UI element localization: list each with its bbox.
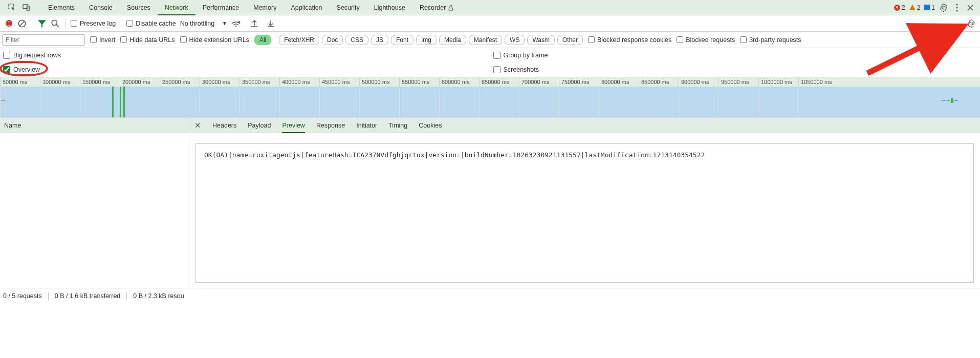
errors-badge[interactable]: ✕2 xyxy=(894,4,905,11)
overview-timeline[interactable]: 50000 ms100000 ms150000 ms200000 ms25000… xyxy=(0,77,980,118)
tab-security[interactable]: Security xyxy=(330,0,367,15)
svg-point-5 xyxy=(956,10,957,11)
detail-tab-preview[interactable]: Preview xyxy=(282,118,304,133)
close-detail-icon[interactable]: ✕ xyxy=(194,121,201,130)
warnings-badge[interactable]: 2 xyxy=(909,4,921,11)
kebab-menu-icon[interactable] xyxy=(952,3,962,12)
pill-all[interactable]: All xyxy=(254,35,271,45)
detail-tab-timing[interactable]: Timing xyxy=(388,118,407,133)
close-devtools-icon[interactable] xyxy=(966,3,975,12)
settings-gear-icon[interactable] xyxy=(939,3,948,12)
timeline-tick: 650000 ms xyxy=(479,77,519,87)
pill-wasm[interactable]: Wasm xyxy=(527,35,555,45)
tab-elements[interactable]: Elements xyxy=(41,0,82,15)
pill-font[interactable]: Font xyxy=(391,35,413,45)
invert-toggle[interactable]: Invert xyxy=(90,36,115,44)
tab-sources[interactable]: Sources xyxy=(120,0,158,15)
inspect-icon[interactable] xyxy=(7,3,16,12)
blocked-cookies-toggle[interactable]: Blocked response cookies xyxy=(588,36,671,44)
har-tools xyxy=(250,19,275,28)
timeline-tick: 450000 ms xyxy=(319,77,359,87)
tab-memory[interactable]: Memory xyxy=(246,0,284,15)
search-icon[interactable] xyxy=(51,19,60,28)
disable-cache-toggle[interactable]: Disable cache xyxy=(126,20,176,27)
timeline-tick: 600000 ms xyxy=(439,77,479,87)
network-settings-gear-icon[interactable] xyxy=(967,19,976,28)
third-party-toggle[interactable]: 3rd-party requests xyxy=(740,36,801,44)
download-har-icon[interactable] xyxy=(266,19,275,28)
network-conditions-icon[interactable] xyxy=(231,19,241,28)
request-list-header[interactable]: Name xyxy=(0,118,189,133)
pill-media[interactable]: Media xyxy=(439,35,466,45)
pill-fetch-xhr[interactable]: Fetch/XHR xyxy=(279,35,319,45)
timeline-ruler: 50000 ms100000 ms150000 ms200000 ms25000… xyxy=(0,77,980,87)
timeline-body[interactable] xyxy=(0,87,980,117)
preview-body: OK(OA)|name=ruxitagentjs|featureHash=ICA… xyxy=(189,133,980,288)
timeline-tick: 300000 ms xyxy=(200,77,239,87)
group-frame-label: Group by frame xyxy=(504,52,548,59)
detail-tab-cookies[interactable]: Cookies xyxy=(419,118,442,133)
overview-toggle[interactable]: Overview xyxy=(0,62,490,77)
detail-tab-initiator[interactable]: Initiator xyxy=(356,118,377,133)
timeline-tick: 1050000 ms xyxy=(798,77,838,87)
detail-tab-headers[interactable]: Headers xyxy=(212,118,236,133)
record-button[interactable] xyxy=(4,19,13,28)
tab-console[interactable]: Console xyxy=(82,0,120,15)
timeline-tick: 350000 ms xyxy=(239,77,279,87)
throttling-label: No throttling xyxy=(180,20,214,27)
detail-tab-response[interactable]: Response xyxy=(316,118,345,133)
issues-badge[interactable]: 1 xyxy=(924,4,935,11)
tab-network[interactable]: Network xyxy=(158,0,195,15)
tab-performance[interactable]: Performance xyxy=(195,0,247,15)
timeline-tick: 50000 ms xyxy=(0,77,40,87)
pill-img[interactable]: Img xyxy=(416,35,437,45)
status-transferred: 0 B / 1.6 kB transferred xyxy=(55,292,121,300)
timeline-tick: 700000 ms xyxy=(519,77,559,87)
status-requests: 0 / 5 requests xyxy=(3,292,42,300)
timeline-tick: 250000 ms xyxy=(160,77,200,87)
status-resources: 0 B / 2.3 kB resou xyxy=(133,292,184,300)
main-tabs: Elements Console Sources Network Perform… xyxy=(41,0,461,15)
chevron-down-icon: ▼ xyxy=(222,20,227,26)
screenshots-toggle[interactable]: Screenshots xyxy=(490,62,981,77)
filter-funnel-icon[interactable] xyxy=(37,19,47,28)
blocked-requests-label: Blocked requests xyxy=(686,36,735,44)
tab-recorder[interactable]: Recorder xyxy=(412,0,461,15)
preserve-log-toggle[interactable]: Preserve log xyxy=(71,20,116,27)
clear-button[interactable] xyxy=(17,19,27,28)
network-display-options: Big request rows Overview Group by frame… xyxy=(0,48,980,77)
group-by-frame-toggle[interactable]: Group by frame xyxy=(490,48,981,62)
device-toggle-icon[interactable] xyxy=(21,3,31,12)
pill-doc[interactable]: Doc xyxy=(322,35,343,45)
timeline-tick: 750000 ms xyxy=(559,77,599,87)
network-details: Name ✕ Headers Payload Preview Response … xyxy=(0,118,980,288)
svg-point-7 xyxy=(52,20,57,25)
hide-data-label: Hide data URLs xyxy=(129,36,175,44)
throttling-dropdown[interactable]: No throttling ▼ xyxy=(180,20,227,27)
request-detail: ✕ Headers Payload Preview Response Initi… xyxy=(189,118,980,288)
detail-tab-payload[interactable]: Payload xyxy=(248,118,271,133)
upload-har-icon[interactable] xyxy=(250,19,259,28)
tab-application[interactable]: Application xyxy=(284,0,329,15)
timeline-tick: 550000 ms xyxy=(399,77,439,87)
pill-other[interactable]: Other xyxy=(557,35,583,45)
big-request-rows-toggle[interactable]: Big request rows xyxy=(0,48,490,62)
filter-bar: Invert Hide data URLs Hide extension URL… xyxy=(0,32,980,48)
invert-label: Invert xyxy=(99,36,115,44)
detail-tabs: ✕ Headers Payload Preview Response Initi… xyxy=(189,118,980,133)
hide-extension-urls-toggle[interactable]: Hide extension URLs xyxy=(180,36,249,44)
tab-recorder-label: Recorder xyxy=(420,4,446,11)
pill-ws[interactable]: WS xyxy=(505,35,525,45)
pill-js[interactable]: JS xyxy=(371,35,388,45)
pill-manifest[interactable]: Manifest xyxy=(469,35,502,45)
hide-data-urls-toggle[interactable]: Hide data URLs xyxy=(120,36,175,44)
timeline-tick: 150000 ms xyxy=(80,77,120,87)
hide-ext-label: Hide extension URLs xyxy=(189,36,249,44)
preserve-log-label: Preserve log xyxy=(80,20,116,27)
preview-content[interactable]: OK(OA)|name=ruxitagentjs|featureHash=ICA… xyxy=(195,143,974,283)
blocked-requests-toggle[interactable]: Blocked requests xyxy=(677,36,735,44)
tab-lighthouse[interactable]: Lighthouse xyxy=(367,0,412,15)
pill-css[interactable]: CSS xyxy=(345,35,368,45)
filter-input[interactable] xyxy=(2,34,85,46)
issues-count: 1 xyxy=(931,4,935,11)
